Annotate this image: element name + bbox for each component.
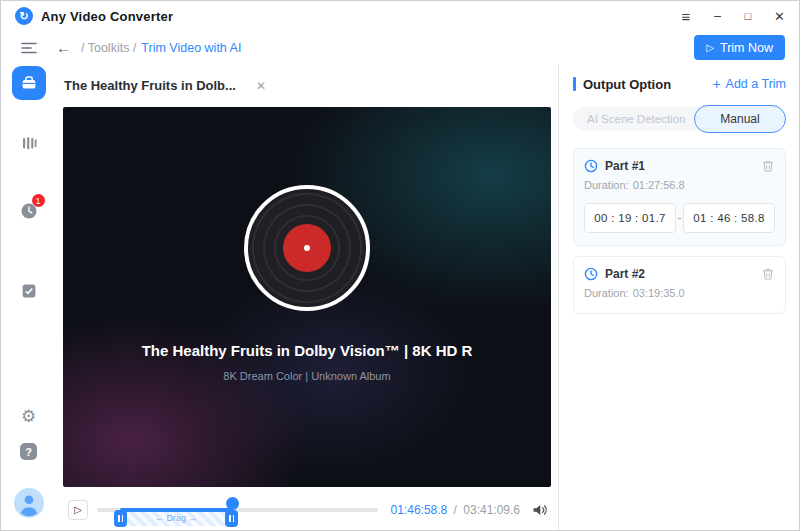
back-button[interactable]: ←: [56, 39, 71, 56]
main-area: The Healthy Fruits in Dolb... ✕ The Heal…: [56, 64, 558, 531]
part-2-name: Part #2: [605, 267, 645, 281]
library-icon: [21, 135, 37, 151]
maximize-icon[interactable]: □: [744, 11, 751, 22]
trim-handle-start[interactable]: [114, 510, 127, 527]
play-button[interactable]: ▷: [68, 500, 88, 520]
tab-manual[interactable]: Manual: [694, 105, 786, 133]
mode-tabs: AI Scene Detection Manual: [573, 105, 786, 133]
start-time-input[interactable]: 00 : 19 : 01.7: [584, 203, 676, 233]
output-panel: Output Option + Add a Trim AI Scene Dete…: [558, 64, 799, 531]
trim-now-label: Trim Now: [720, 41, 773, 55]
settings-gear-icon[interactable]: ⚙: [21, 406, 36, 427]
checkbox-icon: [21, 283, 37, 299]
help-icon[interactable]: ?: [20, 443, 37, 460]
end-time-input[interactable]: 01 : 46 : 58.8: [683, 203, 775, 233]
sidebar-item-library[interactable]: [20, 134, 38, 152]
app-window: ↻ Any Video Converter ≡ − □ ✕ ← / Toolki…: [0, 0, 800, 531]
part-1-duration: Duration:01:27:56.8: [584, 179, 775, 191]
notification-badge: 1: [32, 194, 45, 207]
sidebar-item-history[interactable]: 1: [20, 202, 38, 220]
delete-part-1-icon[interactable]: [761, 159, 775, 173]
volume-icon[interactable]: [532, 503, 548, 517]
duration-value: 01:27:56.8: [633, 179, 685, 191]
tab-close-icon[interactable]: ✕: [256, 79, 266, 93]
sidebar-item-toolkit[interactable]: [12, 66, 46, 100]
drag-label: ← Drag →: [155, 513, 198, 523]
trim-now-button[interactable]: ▷ Trim Now: [694, 35, 785, 60]
video-metadata: The Healthy Fruits in Dolby Vision™ | 8K…: [63, 341, 551, 382]
video-title: The Healthy Fruits in Dolby Vision™ | 8K…: [129, 341, 485, 361]
breadcrumb: / Toolkits /: [81, 41, 136, 55]
part-1-name: Part #1: [605, 159, 645, 173]
plus-icon: +: [712, 76, 720, 92]
toolbox-icon: [20, 74, 38, 92]
add-trim-button[interactable]: + Add a Trim: [712, 76, 786, 92]
video-subtitle: 8K Dream Color | Unknown Album: [63, 370, 551, 382]
close-icon[interactable]: ✕: [774, 10, 785, 23]
sidebar: 1 ⚙ ?: [1, 64, 56, 531]
breadcrumb-current[interactable]: Trim Video with AI: [141, 41, 241, 55]
clock-icon: [584, 159, 598, 173]
part-2-header: Part #2: [584, 267, 775, 281]
time-display: 01:46:58.8 / 03:41:09.6: [391, 503, 520, 517]
output-option-title: Output Option: [583, 77, 671, 92]
vinyl-record: [244, 185, 370, 311]
minimize-icon[interactable]: −: [713, 9, 721, 23]
vinyl-label: [283, 224, 331, 272]
sidebar-collapse-icon[interactable]: [1, 42, 56, 54]
playhead[interactable]: [226, 497, 239, 510]
app-logo-icon: ↻: [15, 7, 33, 25]
title-bar: ↻ Any Video Converter ≡ − □ ✕: [1, 1, 799, 31]
part-2-duration: Duration:03:19:35.0: [584, 287, 775, 299]
time-separator: /: [454, 503, 457, 517]
window-controls: ≡ − □ ✕: [681, 9, 785, 24]
duration-value: 03:19:35.0: [633, 287, 685, 299]
range-separator: -: [678, 211, 682, 225]
sidebar-item-tasks[interactable]: [20, 282, 38, 300]
total-time: 03:41:09.6: [463, 503, 520, 517]
person-icon: [14, 488, 44, 518]
delete-part-2-icon[interactable]: [761, 267, 775, 281]
add-trim-label: Add a Trim: [726, 77, 786, 91]
app-title: Any Video Converter: [41, 9, 173, 24]
player-controls: ▷ ← Drag → 01:46:58.8 / 03:41:09.6: [56, 487, 558, 531]
part-card-1[interactable]: Part #1 Duration:01:27:56.8 00 : 19 : 01…: [573, 148, 786, 246]
output-header: Output Option + Add a Trim: [573, 76, 786, 92]
video-player[interactable]: The Healthy Fruits in Dolby Vision™ | 8K…: [63, 107, 551, 487]
user-avatar[interactable]: [14, 488, 44, 518]
menu-icon[interactable]: ≡: [681, 9, 690, 24]
part-card-2[interactable]: Part #2 Duration:03:19:35.0: [573, 256, 786, 314]
trim-region[interactable]: ← Drag →: [120, 511, 232, 526]
trim-handle-end[interactable]: [225, 510, 238, 527]
video-tab: The Healthy Fruits in Dolb... ✕: [56, 64, 558, 107]
part-1-time-range: 00 : 19 : 01.7 - 01 : 46 : 58.8: [584, 203, 775, 233]
duration-label: Duration:: [584, 287, 629, 299]
video-tab-title: The Healthy Fruits in Dolb...: [64, 78, 236, 93]
nav-bar: ← / Toolkits / Trim Video with AI ▷ Trim…: [1, 31, 799, 64]
vinyl-hole: [304, 245, 310, 251]
play-icon: ▷: [706, 42, 714, 53]
timeline[interactable]: ← Drag →: [97, 500, 378, 520]
part-1-header: Part #1: [584, 159, 775, 173]
current-time: 01:46:58.8: [391, 503, 448, 517]
clock-icon: [584, 267, 598, 281]
duration-label: Duration:: [584, 179, 629, 191]
accent-bar: [573, 77, 576, 91]
